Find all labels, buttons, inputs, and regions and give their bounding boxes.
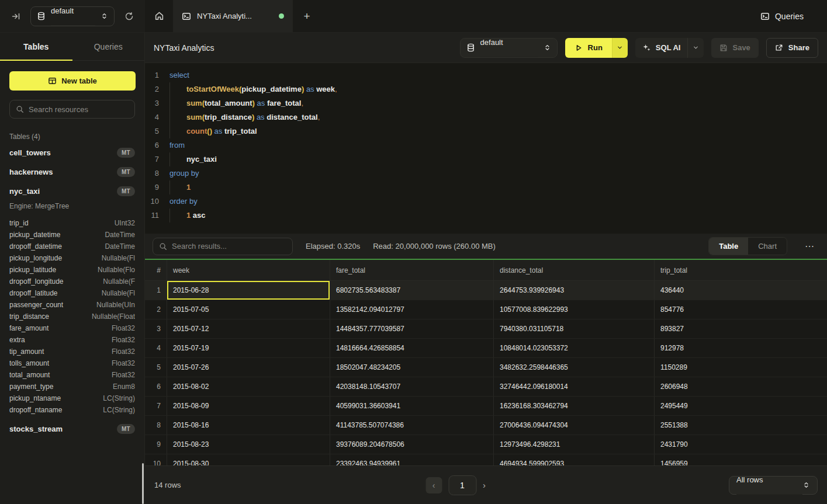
queries-button[interactable]: Queries — [760, 0, 827, 32]
sidebar-item-stocks-stream[interactable]: stocks_stream MT — [0, 419, 144, 439]
table-cell[interactable]: 16236168.303462794 — [494, 397, 655, 415]
database-selector[interactable]: default — [30, 6, 115, 26]
table-cell[interactable]: 4694934.599902593 — [494, 454, 655, 465]
table-cell[interactable]: 12973496.4298231 — [494, 435, 655, 454]
table-cell[interactable]: 893827 — [655, 319, 827, 338]
table-cell[interactable]: 27006436.094474304 — [494, 416, 655, 435]
table-row[interactable]: 52015-07-2618502047.482342053482632.2598… — [145, 358, 827, 377]
column-item[interactable]: fare_amountFloat32 — [9, 322, 135, 334]
column-item[interactable]: passenger_countNullable(UIn — [9, 299, 135, 311]
table-row[interactable]: 32015-07-1214484357.7770395877940380.031… — [145, 319, 827, 339]
table-cell[interactable]: 10848014.023053372 — [494, 339, 655, 357]
table-cell[interactable]: 7940380.031105718 — [494, 319, 655, 338]
column-item[interactable]: pickup_datetimeDateTime — [9, 229, 135, 241]
column-item[interactable]: pickup_longitudeNullable(Fl — [9, 252, 135, 264]
table-row[interactable]: 92015-08-2339376089.20467850612973496.42… — [145, 435, 827, 454]
table-cell[interactable]: 18502047.48234205 — [330, 358, 494, 377]
table-cell[interactable]: 2015-06-28 — [167, 281, 330, 300]
prev-page-button[interactable]: ‹ — [425, 477, 442, 493]
column-item[interactable]: extraFloat32 — [9, 334, 135, 346]
current-page[interactable]: 1 — [448, 475, 476, 495]
sidebar-search[interactable] — [9, 100, 135, 119]
sidebar-search-input[interactable] — [29, 105, 129, 114]
run-options-button[interactable] — [612, 38, 628, 58]
sidebar-item-nyc-taxi[interactable]: nyc_taxi MT — [0, 182, 144, 201]
results-search[interactable] — [153, 238, 293, 255]
run-button[interactable]: Run — [565, 38, 612, 58]
refresh-icon[interactable] — [122, 9, 137, 24]
code-line[interactable]: 91 — [145, 180, 827, 194]
table-cell[interactable]: 2551388 — [655, 416, 827, 435]
column-header-week[interactable]: week — [167, 260, 330, 280]
results-search-input[interactable] — [172, 242, 286, 251]
table-cell[interactable]: 2015-08-16 — [167, 416, 330, 435]
table-cell[interactable]: 2015-07-12 — [167, 319, 330, 338]
code-line[interactable]: 1select — [145, 68, 827, 82]
code-line[interactable]: 10order by — [145, 194, 827, 208]
column-item[interactable]: dropoff_latitudeNullable(Fl — [9, 287, 135, 299]
code-line[interactable]: 6from — [145, 138, 827, 152]
new-tab-button[interactable]: + — [293, 0, 321, 32]
tab-nytaxi-analytics[interactable]: NYTaxi Analyti... — [174, 0, 293, 32]
column-item[interactable]: trip_idUInt32 — [9, 217, 135, 229]
column-header-index[interactable]: # — [145, 260, 167, 280]
table-cell[interactable]: 2431790 — [655, 435, 827, 454]
sidebar-item-cell-towers[interactable]: cell_towers MT — [0, 143, 144, 162]
code-line[interactable]: 8group by — [145, 166, 827, 180]
table-cell[interactable]: 1456959 — [655, 454, 827, 465]
code-line[interactable]: 7nyc_taxi — [145, 152, 827, 166]
column-item[interactable]: trip_distanceNullable(Float — [9, 311, 135, 322]
table-row[interactable]: 72015-08-0940599031.3660394116236168.303… — [145, 397, 827, 416]
column-item[interactable]: tip_amountFloat32 — [9, 346, 135, 357]
column-item[interactable]: payment_typeEnum8 — [9, 381, 135, 392]
column-item[interactable]: pickup_ntanameLC(String) — [9, 392, 135, 404]
table-cell[interactable]: 2015-07-26 — [167, 358, 330, 377]
code-line[interactable]: 3sum(total_amount) as fare_total, — [145, 96, 827, 110]
table-cell[interactable]: 2015-07-19 — [167, 339, 330, 357]
column-item[interactable]: tolls_amountFloat32 — [9, 357, 135, 369]
more-options-button[interactable]: ⋯ — [800, 241, 819, 252]
table-row[interactable]: 62015-08-0242038148.1054370732746442.096… — [145, 377, 827, 397]
sql-ai-options-button[interactable] — [687, 38, 704, 58]
column-item[interactable]: dropoff_longitudeNullable(F — [9, 276, 135, 287]
code-line[interactable]: 5count() as trip_total — [145, 124, 827, 138]
query-database-selector[interactable]: default — [460, 38, 558, 58]
code-line[interactable]: 2toStartOfWeek(pickup_datetime) as week, — [145, 82, 827, 96]
table-cell[interactable]: 39376089.204678506 — [330, 435, 494, 454]
column-header-fare-total[interactable]: fare_total — [330, 260, 494, 280]
column-item[interactable]: dropoff_ntanameLC(String) — [9, 404, 135, 416]
column-item[interactable]: dropoff_datetimeDateTime — [9, 241, 135, 252]
view-toggle-chart[interactable]: Chart — [748, 238, 787, 255]
next-page-button[interactable]: › — [483, 480, 486, 490]
code-line[interactable]: 4sum(trip_distance) as distance_total, — [145, 110, 827, 124]
table-row[interactable]: 22015-07-0513582142.09401279710577008.83… — [145, 300, 827, 319]
code-line[interactable]: 111 asc — [145, 208, 827, 223]
table-cell[interactable]: 10577008.839622993 — [494, 300, 655, 319]
sql-editor[interactable]: 1select2toStartOfWeek(pickup_datetime) a… — [145, 63, 827, 234]
table-cell[interactable]: 3482632.2598446365 — [494, 358, 655, 377]
collapse-sidebar-icon[interactable] — [8, 9, 23, 24]
table-cell[interactable]: 912978 — [655, 339, 827, 357]
table-cell[interactable]: 2015-08-30 — [167, 454, 330, 465]
table-cell[interactable]: 13582142.094012797 — [330, 300, 494, 319]
table-cell[interactable]: 14484357.777039587 — [330, 319, 494, 338]
table-row[interactable]: 12015-06-286802735.5634833872644753.9399… — [145, 281, 827, 300]
share-button[interactable]: Share — [766, 38, 818, 58]
table-cell[interactable]: 2015-08-02 — [167, 377, 330, 396]
table-cell[interactable]: 40599031.36603941 — [330, 397, 494, 415]
table-cell[interactable]: 32746442.096180014 — [494, 377, 655, 396]
column-header-distance-total[interactable]: distance_total — [494, 260, 655, 280]
table-row[interactable]: 42015-07-1914816664.42685885410848014.02… — [145, 339, 827, 358]
view-toggle-table[interactable]: Table — [709, 238, 748, 255]
new-table-button[interactable]: New table — [9, 71, 136, 91]
page-size-selector[interactable]: All rows — [729, 476, 818, 495]
sql-ai-button[interactable]: SQL AI — [635, 43, 688, 52]
table-row[interactable]: 82015-08-1641143785.50707438627006436.09… — [145, 416, 827, 435]
table-row[interactable]: 102015-08-3023392463.949399614694934.599… — [145, 454, 827, 465]
table-cell[interactable]: 2495449 — [655, 397, 827, 415]
table-cell[interactable]: 1150289 — [655, 358, 827, 377]
save-button[interactable]: Save — [711, 38, 758, 58]
column-item[interactable]: pickup_latitudeNullable(Flo — [9, 264, 135, 276]
sidebar-scrollbar[interactable] — [142, 463, 144, 504]
table-cell[interactable]: 41143785.507074386 — [330, 416, 494, 435]
